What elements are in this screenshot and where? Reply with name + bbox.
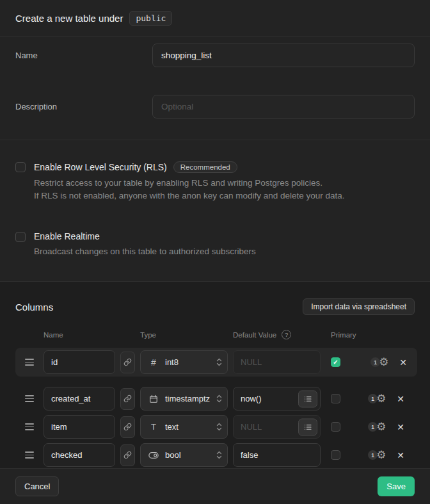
column-header-type: Type (140, 331, 228, 339)
chevron-updown-icon (216, 422, 222, 432)
rls-checkbox[interactable] (15, 162, 26, 172)
panel-title: Create a new table under (15, 13, 123, 24)
default-suggestions-icon[interactable] (298, 418, 317, 435)
primary-checkbox[interactable]: ✓ (331, 357, 340, 367)
save-button[interactable]: Save (378, 476, 415, 496)
foreign-key-link-icon[interactable] (120, 416, 135, 438)
column-name-input[interactable] (44, 415, 115, 439)
columns-section: Columns Import data via spreadsheet Name… (0, 282, 430, 468)
recommended-badge: Recommended (173, 161, 237, 173)
description-label: Description (15, 95, 152, 111)
column-type-select[interactable]: timestamptz (140, 387, 228, 411)
panel-header: Create a new table under public (0, 0, 430, 37)
drag-handle-icon[interactable] (24, 356, 35, 368)
column-settings-button[interactable]: 1 ⚙ (375, 393, 387, 405)
realtime-body: Enable Realtime Broadcast changes on thi… (34, 231, 256, 258)
column-row-id: # int8 ✓ 1 ⚙ ✕ (15, 348, 417, 377)
create-table-panel: Create a new table under public Name Des… (0, 0, 430, 504)
column-type-value: bool (165, 450, 211, 460)
text-icon: T (148, 422, 159, 432)
panel-footer: Cancel Save (0, 468, 430, 504)
hash-icon: # (148, 357, 159, 368)
drag-handle-icon[interactable] (24, 449, 35, 461)
drag-handle-icon[interactable] (24, 393, 35, 405)
column-row-checked: bool 1 ⚙ ✕ (15, 443, 415, 467)
cancel-button[interactable]: Cancel (15, 476, 59, 496)
name-field-row: Name (15, 44, 415, 67)
realtime-row: Enable Realtime Broadcast changes on thi… (15, 231, 415, 258)
column-header-default-label: Default Value (233, 331, 276, 339)
column-type-select[interactable]: # int8 (140, 350, 228, 374)
chevron-updown-icon (216, 394, 222, 403)
realtime-checkbox[interactable] (15, 232, 26, 242)
column-name-input[interactable] (44, 350, 115, 374)
foreign-key-link-icon[interactable] (120, 444, 135, 466)
drag-handle-icon[interactable] (24, 421, 35, 433)
calendar-icon (148, 394, 159, 403)
toggle-icon (148, 451, 159, 459)
realtime-label: Enable Realtime (34, 231, 100, 241)
foreign-key-link-icon[interactable] (120, 352, 135, 373)
rls-body: Enable Row Level Security (RLS) Recommen… (34, 161, 345, 202)
column-settings-button[interactable]: 1 ⚙ (375, 421, 387, 433)
chevron-updown-icon (216, 357, 222, 367)
column-type-value: int8 (165, 357, 211, 367)
column-name-input[interactable] (44, 443, 115, 467)
import-spreadsheet-button[interactable]: Import data via spreadsheet (303, 298, 415, 315)
schema-badge: public (129, 11, 172, 26)
delete-column-icon[interactable]: ✕ (398, 357, 408, 368)
column-type-value: timestamptz (165, 394, 211, 403)
delete-column-icon[interactable]: ✕ (395, 421, 406, 433)
column-type-select[interactable]: bool (140, 443, 228, 467)
foreign-key-link-icon[interactable] (120, 388, 135, 410)
rls-description-line1: Restrict access to your table by enablin… (34, 177, 345, 190)
gear-icon: ⚙ (376, 450, 386, 460)
column-header-name: Name (44, 331, 115, 339)
column-row-created-at: timestamptz 1 ⚙ ✕ (15, 387, 415, 411)
rls-row: Enable Row Level Security (RLS) Recommen… (15, 161, 415, 202)
column-type-select[interactable]: T text (140, 415, 228, 439)
column-settings-button[interactable]: 1 ⚙ (378, 356, 390, 368)
column-default-input[interactable] (233, 443, 321, 467)
primary-checkbox[interactable] (331, 394, 340, 403)
chevron-updown-icon (216, 450, 222, 460)
delete-column-icon[interactable]: ✕ (395, 393, 406, 405)
realtime-description: Broadcast changes on this table to autho… (34, 245, 256, 258)
column-header-default: Default Value ? (233, 330, 321, 339)
description-field-row: Description (15, 95, 415, 118)
columns-title: Columns (15, 302, 53, 313)
gear-icon: ⚙ (376, 393, 386, 404)
table-name-input[interactable] (152, 44, 415, 67)
primary-checkbox[interactable] (331, 450, 340, 460)
rls-description: Restrict access to your table by enablin… (34, 177, 345, 202)
name-label: Name (15, 44, 152, 60)
column-name-input[interactable] (44, 387, 115, 411)
gear-icon: ⚙ (379, 357, 388, 368)
column-row-item: T text 1 ⚙ ✕ (15, 415, 415, 439)
rls-label: Enable Row Level Security (RLS) (34, 162, 167, 172)
delete-column-icon[interactable]: ✕ (395, 450, 406, 461)
general-fields-section: Name Description (0, 37, 430, 140)
column-type-value: text (165, 422, 211, 432)
primary-checkbox[interactable] (331, 422, 340, 432)
column-default-input[interactable] (233, 350, 321, 374)
default-suggestions-icon[interactable] (298, 390, 317, 407)
options-section: Enable Row Level Security (RLS) Recommen… (0, 140, 430, 282)
table-description-input[interactable] (152, 95, 415, 118)
column-header-primary: Primary (331, 331, 415, 339)
columns-table-header: Name Type Default Value ? Primary (15, 330, 415, 339)
column-settings-button[interactable]: 1 ⚙ (375, 449, 387, 461)
help-icon[interactable]: ? (282, 330, 291, 339)
rls-description-line2: If RLS is not enabled, anyone with the a… (34, 190, 345, 202)
gear-icon: ⚙ (376, 421, 386, 432)
